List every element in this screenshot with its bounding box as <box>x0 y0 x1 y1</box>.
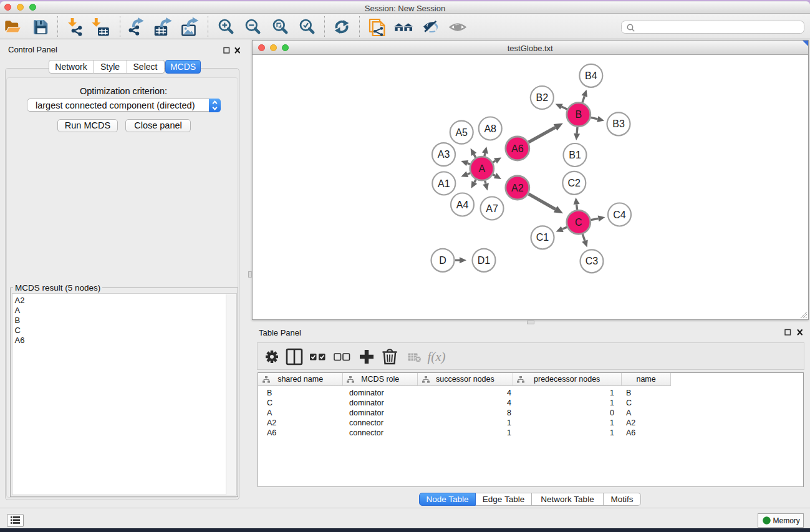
svg-text:A: A <box>478 163 485 173</box>
svg-text:D1: D1 <box>477 254 490 265</box>
svg-text:C: C <box>575 216 582 227</box>
svg-text:B4: B4 <box>585 70 597 80</box>
svg-text:A4: A4 <box>456 199 468 210</box>
svg-text:A5: A5 <box>455 127 468 137</box>
svg-text:C2: C2 <box>567 177 581 188</box>
svg-text:B2: B2 <box>536 92 548 103</box>
svg-text:C3: C3 <box>585 256 598 266</box>
svg-text:A7: A7 <box>486 203 498 213</box>
svg-text:f(x): f(x) <box>427 349 445 364</box>
svg-text:B: B <box>575 109 582 120</box>
svg-text:A3: A3 <box>437 149 450 160</box>
svg-text:B3: B3 <box>612 118 625 129</box>
svg-text:A1: A1 <box>438 178 450 188</box>
svg-text:D: D <box>439 254 446 265</box>
svg-text:A8: A8 <box>484 123 496 133</box>
svg-text:C4: C4 <box>613 209 626 220</box>
svg-text:C1: C1 <box>536 232 549 243</box>
svg-text:A6: A6 <box>511 143 524 153</box>
svg-text:A2: A2 <box>511 182 524 193</box>
svg-text:B1: B1 <box>569 150 581 160</box>
